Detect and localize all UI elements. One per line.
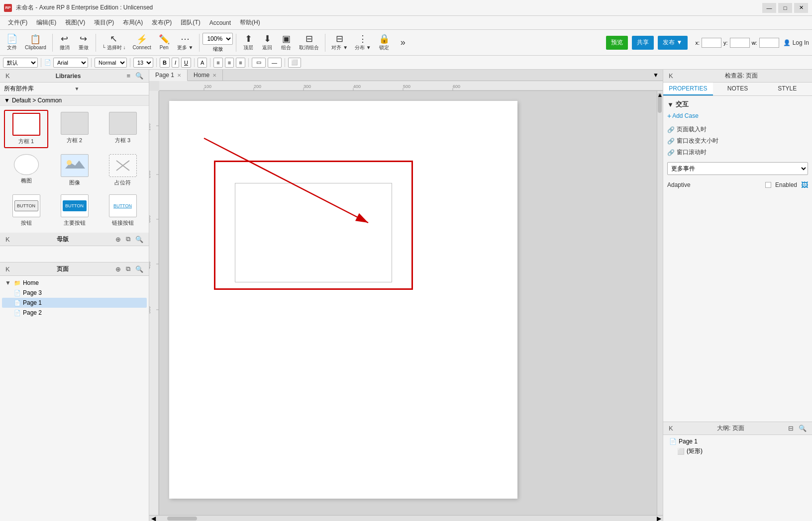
menu-file[interactable]: 文件(F) [4, 17, 31, 28]
menu-account[interactable]: Account [205, 18, 235, 28]
hscrollbar-right[interactable]: ▶ [657, 517, 661, 521]
undo-button[interactable]: ↩ 撤消 [56, 33, 74, 53]
preview-button[interactable]: 预览 [606, 36, 628, 50]
distribute-button[interactable]: ⋮ 分布 ▼ [352, 33, 374, 53]
align-right-button[interactable]: ≡ [236, 58, 245, 68]
tab-home-close[interactable]: ✕ [212, 73, 216, 78]
menu-view[interactable]: 视图(V) [61, 17, 89, 28]
widget-link-button[interactable]: BUTTON 链接按钮 [101, 192, 145, 229]
menu-edit[interactable]: 编辑(E) [32, 17, 60, 28]
line-button[interactable]: — [268, 58, 282, 68]
pages-pin-icon[interactable]: K [4, 265, 11, 273]
masters-add-icon[interactable]: ⊕ [114, 235, 122, 244]
underline-button[interactable]: U [181, 58, 191, 68]
masters-search-icon[interactable]: 🔍 [134, 235, 145, 244]
menu-help[interactable]: 帮助(H) [236, 17, 264, 28]
style-select[interactable]: 默认 [3, 58, 38, 68]
tab-dropdown-arrow[interactable]: ▼ [649, 70, 663, 81]
widget-placeholder[interactable]: 占位符 [101, 152, 145, 188]
publish-button[interactable]: 发布 ▼ [658, 36, 687, 50]
menu-team[interactable]: 团队(T) [177, 17, 204, 28]
canvas-vscrollbar[interactable]: ▲ [657, 91, 663, 515]
y-input[interactable] [730, 38, 750, 48]
widget-section-toggle[interactable]: ▼ Default > Common [0, 95, 149, 106]
clipboard-button[interactable]: 📋 Clipboard [22, 33, 49, 52]
back-button[interactable]: ⬇ 返回 [258, 33, 276, 53]
group-button[interactable]: ▣ 组合 [277, 33, 295, 53]
outline-pin-icon[interactable]: K [667, 424, 675, 433]
italic-button[interactable]: I [172, 58, 179, 68]
event-scroll[interactable]: 🔗 窗口滚动时 [667, 147, 808, 158]
menu-project[interactable]: 项目(P) [90, 17, 118, 28]
widget-primary-button[interactable]: BUTTON 主要按钮 [52, 192, 97, 229]
event-page-load[interactable]: 🔗 页面载入时 [667, 124, 808, 135]
widget-box1[interactable]: 方框 1 [4, 110, 48, 148]
tab-home[interactable]: Home ✕ [188, 70, 223, 81]
outline-search-icon[interactable]: 🔍 [797, 424, 808, 433]
align-left-button[interactable]: ≡ [213, 58, 222, 68]
text-style-select[interactable]: Normal [95, 58, 127, 68]
menu-publish[interactable]: 发布(P) [148, 17, 176, 28]
masters-pin-icon[interactable]: K [4, 235, 11, 244]
select-button[interactable]: ↖ └ 选择时 ↓ [99, 33, 129, 53]
tab-properties[interactable]: PROPERTIES [663, 83, 713, 95]
adaptive-settings-icon[interactable]: 🖼 [801, 181, 808, 189]
close-button[interactable]: ✕ [794, 3, 808, 13]
share-button[interactable]: 共享 [632, 36, 654, 50]
hscrollbar-thumb[interactable] [167, 517, 197, 521]
tab-notes[interactable]: NOTES [713, 83, 763, 95]
event-resize[interactable]: 🔗 窗口改变大小时 [667, 135, 808, 147]
outline-item-rect[interactable]: ⬜ (矩形) [667, 446, 808, 456]
lock-button[interactable]: 🔒 锁定 [375, 33, 393, 53]
font-size-select[interactable]: 13 [133, 58, 153, 68]
more-events-select[interactable]: 更多事件 [667, 162, 808, 175]
top-button[interactable]: ⬆ 顶层 [239, 33, 257, 53]
minimize-button[interactable]: — [762, 3, 776, 13]
outline-filter-icon[interactable]: ⊟ [787, 424, 795, 433]
window-controls[interactable]: — □ ✕ [762, 3, 808, 13]
align-center-button[interactable]: ≡ [225, 58, 234, 68]
more-button[interactable]: ⋯ 更多 ▼ [174, 33, 197, 53]
canvas-hscrollbar[interactable]: ◀ ▶ [149, 515, 663, 521]
widget-button[interactable]: BUTTON 按钮 [4, 192, 48, 229]
shape-button[interactable]: ⬜ [288, 58, 301, 68]
pages-search-icon[interactable]: 🔍 [134, 265, 145, 273]
canvas-rect-inner[interactable] [235, 183, 392, 282]
vscrollbar-up[interactable]: ▲ [657, 92, 663, 98]
libraries-menu-icon[interactable]: ≡ [125, 72, 132, 80]
add-case-button[interactable]: + Add Case [667, 112, 808, 120]
masters-copy-icon[interactable]: ⧉ [124, 235, 132, 244]
widget-box3[interactable]: 方框 3 [101, 110, 145, 148]
menu-layout[interactable]: 布局(A) [119, 17, 147, 28]
outline-item-page1[interactable]: 📄 Page 1 [667, 437, 808, 446]
tree-item-home[interactable]: ▼ 📁 Home [2, 278, 147, 288]
maximize-button[interactable]: □ [778, 3, 792, 13]
pages-copy-icon[interactable]: ⧉ [124, 264, 132, 273]
widget-ellipse[interactable]: 椭图 [4, 152, 48, 188]
zoom-select[interactable]: 100% 50% 75% 150% 200% [203, 33, 233, 45]
fill-button[interactable]: ▭ [252, 58, 266, 68]
ungroup-button[interactable]: ⊟ 取消组合 [296, 33, 322, 53]
library-dropdown[interactable]: 所有部件库 ▼ [0, 83, 149, 95]
connect-button[interactable]: ⚡ Connect [129, 33, 154, 52]
pen-button[interactable]: ✏️ Pen [155, 33, 173, 52]
tree-item-page3[interactable]: 📄 Page 3 [2, 288, 147, 298]
hscrollbar-left[interactable]: ◀ [151, 517, 155, 521]
libraries-search-icon[interactable]: 🔍 [134, 72, 145, 80]
adaptive-checkbox[interactable] [765, 182, 771, 188]
align-button[interactable]: ⊟ 对齐 ▼ [328, 33, 351, 53]
tree-item-page2[interactable]: 📄 Page 2 [2, 308, 147, 318]
login-button[interactable]: 👤 Log In [783, 39, 809, 46]
tab-style[interactable]: STYLE [762, 83, 812, 95]
font-select[interactable]: Arial [53, 58, 88, 68]
more2-button[interactable]: » [394, 36, 412, 49]
canvas-content[interactable] [159, 91, 657, 515]
w-input[interactable] [759, 38, 779, 48]
new-file-button[interactable]: 📄 文件 [3, 33, 21, 53]
redo-button[interactable]: ↪ 重做 [75, 33, 93, 53]
x-input[interactable] [702, 38, 721, 48]
font-color-button[interactable]: A [198, 58, 207, 68]
tree-item-page1[interactable]: 📄 Page 1 [2, 298, 147, 308]
bold-button[interactable]: B [160, 58, 170, 68]
widget-image[interactable]: 图像 [52, 152, 97, 188]
